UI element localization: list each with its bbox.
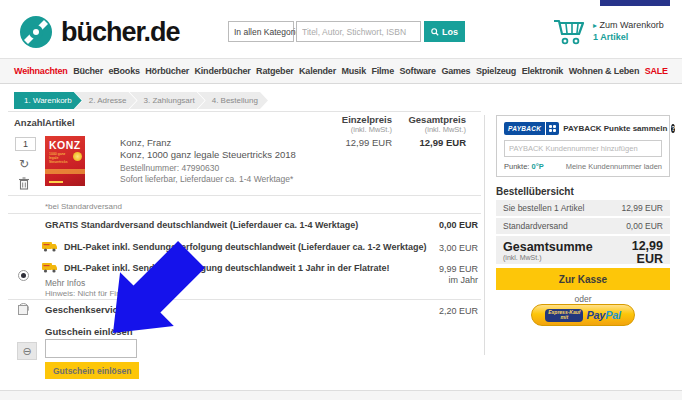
paypal-express-lozenge: Express-Kauf mit: [545, 309, 583, 322]
item-order-number: Bestellnummer: 47990630: [120, 163, 219, 173]
nav-item-software[interactable]: Software: [399, 66, 435, 76]
step-adresse[interactable]: 2. Adresse: [75, 92, 137, 109]
search-button-label: Los: [442, 27, 458, 37]
gift-service-label: Geschenkservice (pro: [45, 304, 144, 315]
help-icon[interactable]: ?: [671, 124, 675, 133]
dhl-truck-icon: [42, 262, 58, 273]
payback-number-input[interactable]: [504, 140, 662, 157]
item-availability: Sofort lieferbar, Lieferdauer ca. 1-4 We…: [120, 174, 293, 184]
total-value: 12,99 EUR: [632, 240, 663, 260]
option-flatrate-label: DHL-Paket inkl. Sendungsverfolgung deuts…: [64, 263, 390, 273]
buecher-logo-icon: [18, 14, 54, 50]
footer-strip: [0, 390, 682, 400]
collapse-voucher-button[interactable]: ⊖: [17, 342, 37, 360]
nav-item-ratgeber[interactable]: Ratgeber: [256, 66, 293, 76]
voucher-input[interactable]: [45, 339, 137, 358]
search-button[interactable]: Los: [424, 21, 465, 42]
shipping-footnote: *bei Standardversand: [45, 202, 122, 211]
dhl-truck-icon: [42, 241, 58, 252]
nav-item-hoerbuecher[interactable]: Hörbücher: [145, 66, 189, 76]
book-cover-brand: KONZ: [45, 136, 85, 151]
gift-service-checkbox[interactable]: [18, 305, 28, 315]
step-bestellung[interactable]: 4. Bestellung: [198, 92, 268, 109]
more-info-link[interactable]: Mehr Infos: [45, 278, 85, 288]
item-total-price: 12,99 EUR: [376, 137, 466, 148]
nav-item-ebooks[interactable]: eBooks: [108, 66, 139, 76]
radio-standard-shipping[interactable]: [18, 270, 29, 281]
option-dhl-label: DHL-Paket inkl. Sendungsverfolgung deuts…: [64, 242, 426, 252]
step-warenkorb[interactable]: 1. Warenkorb: [14, 92, 82, 109]
cart-bullet-icon: ▸: [593, 21, 597, 30]
total-label: Gesamtsumme: [503, 240, 593, 254]
nav-item-buecher[interactable]: Bücher: [73, 66, 103, 76]
column-gesamtpreis: Gesamtpreis (inkl. MwSt.): [396, 114, 466, 134]
paypal-express-button[interactable]: Express-Kauf mit PayPal: [531, 304, 635, 326]
nav-item-games[interactable]: Games: [441, 66, 470, 76]
nav-item-sale[interactable]: SALE: [645, 66, 668, 76]
logo-text: bücher.de: [61, 17, 180, 48]
nav-item-musik[interactable]: Musik: [341, 66, 366, 76]
load-customer-number-link[interactable]: Meine Kundennummer laden: [566, 162, 662, 171]
nav-item-elektronik[interactable]: Elektronik: [522, 66, 564, 76]
column-anzahl: Anzahl: [14, 117, 45, 128]
option-flatrate-price-suffix: im Jahr: [388, 275, 478, 285]
payback-logo-icon: PAYBACK: [504, 122, 559, 135]
divider: [8, 213, 481, 214]
cart-link-label[interactable]: Zum Warenkorb: [600, 20, 664, 30]
book-cover[interactable]: KONZ 1000 ganz legale Steuertricks: [45, 136, 85, 186]
payback-points: Punkte: 0°P: [504, 162, 544, 171]
trash-icon[interactable]: [18, 177, 30, 190]
option-standard-label: GRATIS Standardversand deutschlandweit (…: [45, 220, 358, 230]
nav-item-wohnen[interactable]: Wohnen & Leben: [569, 66, 640, 76]
quantity-input[interactable]: [15, 137, 36, 151]
cart-icon[interactable]: [552, 15, 586, 47]
book-cover-sub: 1000 ganz legale Steuertricks: [45, 151, 69, 164]
checkout-steps: 1. Warenkorb 2. Adresse 3. Zahlungsart 4…: [14, 92, 268, 109]
cart-count: 1 Artikel: [593, 32, 664, 42]
top-right-artifact: [600, 0, 670, 6]
option-flatrate-price: 9,99 EUR: [388, 264, 478, 274]
nav-item-filme[interactable]: Filme: [371, 66, 394, 76]
voucher-label: Gutschein einlösen: [45, 326, 133, 337]
option-dhl-price: 3,00 EUR: [388, 243, 478, 253]
divider: [8, 299, 481, 300]
cart-page: bücher.de In allen Kategorien ▼ Los ▸ Zu…: [0, 0, 682, 400]
nav-item-kinderbuecher[interactable]: Kinderbücher: [195, 66, 251, 76]
item-title[interactable]: Konz, 1000 ganz legale Steuertricks 2018: [120, 149, 296, 160]
column-einzelpreis: Einzelpreis (inkl. MwSt.): [322, 114, 392, 134]
divider: [8, 195, 481, 196]
paypal-logo: PayPal: [586, 309, 620, 321]
or-text: oder: [496, 294, 670, 304]
redeem-voucher-button[interactable]: Gutschein einlösen: [45, 362, 139, 379]
nav-item-spielzeug[interactable]: Spielzeug: [476, 66, 516, 76]
payback-box: PAYBACK PAYBACK Punkte sammeln ? Punkte:…: [496, 115, 670, 177]
book-cover-badge: [73, 152, 82, 161]
step-zahlungsart[interactable]: 3. Zahlungsart: [130, 92, 205, 109]
nav-item-kalender[interactable]: Kalender: [299, 66, 336, 76]
order-summary-heading: Bestellübersicht: [496, 186, 574, 197]
minus-circle-icon: ⊖: [22, 345, 31, 358]
flatrate-note: Hinweis: Nicht für Firmen: [45, 289, 134, 298]
checkout-button[interactable]: Zur Kasse: [496, 268, 670, 290]
total-sublabel: (inkl. MwSt.): [503, 254, 593, 261]
summary-row-shipping: Standardversand 0,00 EUR: [496, 218, 670, 234]
gift-service-price: 2,20 EUR: [388, 306, 478, 316]
search-icon: [431, 28, 439, 36]
option-standard-price: 0,00 EUR: [388, 220, 478, 230]
main-nav: Weihnachten Bücher eBooks Hörbücher Kind…: [0, 58, 682, 84]
summary-total-row: Gesamtsumme (inkl. MwSt.) 12,99 EUR: [496, 236, 670, 264]
payback-points-value: 0°P: [532, 162, 544, 171]
payback-heading: PAYBACK Punkte sammeln: [563, 124, 667, 133]
logo[interactable]: bücher.de: [18, 14, 180, 50]
divider: [484, 115, 485, 355]
divider: [8, 111, 481, 112]
category-dropdown[interactable]: In allen Kategorien ▼: [228, 21, 294, 42]
refresh-icon[interactable]: ↻: [19, 157, 29, 171]
search-input[interactable]: [296, 21, 421, 42]
nav-item-weihnachten[interactable]: Weihnachten: [14, 66, 68, 76]
cart-status[interactable]: ▸ Zum Warenkorb 1 Artikel: [593, 20, 664, 42]
item-author: Konz, Franz: [120, 137, 171, 148]
summary-row-items: Sie bestellen 1 Artikel 12,99 EUR: [496, 200, 670, 216]
column-artikel: Artikel: [45, 117, 75, 128]
